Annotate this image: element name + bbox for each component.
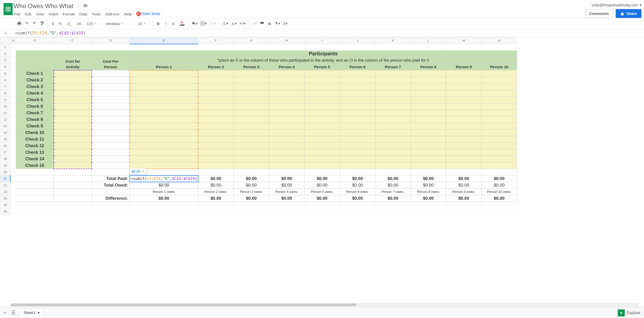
- italic-button[interactable]: I: [162, 20, 169, 27]
- row-header-21[interactable]: 21: [0, 175, 10, 182]
- row-header-16[interactable]: 16: [0, 143, 10, 149]
- decrease-decimal-button[interactable]: .0_: [65, 20, 74, 27]
- row-header-23[interactable]: 23: [0, 189, 10, 195]
- col-header-I[interactable]: I: [304, 37, 340, 44]
- explore-button[interactable]: ✦ Explore: [618, 309, 640, 316]
- row-header-26[interactable]: 26: [0, 208, 10, 215]
- row-header-20[interactable]: 20: [0, 169, 10, 175]
- print-icon[interactable]: [16, 20, 23, 27]
- row-header-25[interactable]: 25: [0, 202, 10, 208]
- svg-rect-9: [268, 23, 269, 25]
- row-header-12[interactable]: 12: [0, 116, 10, 123]
- menu-bar: FileEditViewInsertFormatDataToolsAdd-ons…: [14, 10, 585, 18]
- document-title[interactable]: Who Owes Who What: [14, 3, 73, 10]
- row-header-3[interactable]: 3: [0, 57, 10, 64]
- close-icon[interactable]: ✕: [142, 170, 144, 173]
- col-header-C[interactable]: C: [54, 37, 92, 44]
- insert-link-button[interactable]: 🔗: [251, 20, 258, 27]
- menu-edit[interactable]: Edit: [25, 12, 31, 16]
- row-header-7[interactable]: 7: [0, 83, 10, 90]
- increase-decimal-button[interactable]: .00: [74, 20, 84, 27]
- col-header-L[interactable]: L: [411, 37, 446, 44]
- account-email: vicky@thingsimadetoday.com: [592, 3, 638, 7]
- col-header-K[interactable]: K: [375, 37, 411, 44]
- start-timer-button[interactable]: ⏻ Start timer: [136, 12, 161, 16]
- menu-file[interactable]: File: [14, 12, 20, 16]
- row-header-1[interactable]: 1: [0, 44, 10, 51]
- col-header-F[interactable]: F: [198, 37, 233, 44]
- formula-input[interactable]: =sumif(E5:E19,"O",$C$5:$C$19): [12, 31, 644, 35]
- redo-icon[interactable]: [31, 20, 38, 27]
- col-header-G[interactable]: G: [233, 37, 269, 44]
- percent-button[interactable]: %: [56, 20, 64, 27]
- all-sheets-button[interactable]: ☰: [11, 310, 16, 316]
- insert-chart-button[interactable]: [266, 20, 273, 27]
- add-sheet-button[interactable]: ＋: [3, 309, 8, 316]
- row-header-18[interactable]: 18: [0, 156, 10, 162]
- row-header-14[interactable]: 14: [0, 129, 10, 136]
- filter-button[interactable]: ▾: [274, 20, 281, 27]
- toolbar: $ % .0_ .00 123▾ Verdana▾ 10▾ B I S A ▾ …: [0, 18, 644, 29]
- start-timer-label: Start timer: [142, 12, 161, 16]
- row-header-10[interactable]: 10: [0, 103, 10, 110]
- horizontal-scrollbar[interactable]: [10, 303, 639, 307]
- col-header-H[interactable]: H: [269, 37, 304, 44]
- v-align-button[interactable]: ▾: [230, 20, 238, 27]
- row-header-4[interactable]: 4: [0, 64, 10, 70]
- col-header-D[interactable]: D: [92, 37, 130, 44]
- paint-format-icon[interactable]: [38, 20, 46, 27]
- col-header-B[interactable]: B: [16, 37, 54, 44]
- row-header-24[interactable]: 24: [0, 195, 10, 202]
- h-align-button[interactable]: ▾: [221, 20, 229, 27]
- row-header-15[interactable]: 15: [0, 136, 10, 143]
- row-header-11[interactable]: 11: [0, 110, 10, 116]
- svg-rect-7: [210, 22, 212, 25]
- share-button[interactable]: Share: [616, 9, 641, 18]
- row-header-8[interactable]: 8: [0, 90, 10, 97]
- menu-tools[interactable]: Tools: [92, 12, 101, 16]
- currency-button[interactable]: $: [50, 20, 56, 27]
- row-header-22[interactable]: 22: [0, 182, 10, 189]
- menu-add-ons[interactable]: Add-ons: [105, 12, 119, 16]
- row-header-5[interactable]: 5: [0, 70, 10, 77]
- menu-format[interactable]: Format: [63, 12, 75, 16]
- folder-icon[interactable]: [83, 3, 88, 9]
- text-color-button[interactable]: A ▾: [177, 20, 186, 27]
- sheets-logo[interactable]: [3, 2, 14, 17]
- row-header-6[interactable]: 6: [0, 77, 10, 83]
- font-name-select[interactable]: Verdana▾: [103, 20, 131, 27]
- number-format-select[interactable]: 123▾: [84, 20, 99, 27]
- col-header-M[interactable]: M: [446, 37, 481, 44]
- text-wrap-button[interactable]: ▾: [239, 20, 247, 27]
- star-icon[interactable]: ☆: [76, 3, 80, 9]
- undo-icon[interactable]: [23, 20, 30, 27]
- comments-button[interactable]: Comments: [585, 9, 613, 18]
- strikethrough-button[interactable]: S: [170, 20, 177, 27]
- menu-help[interactable]: Help: [124, 12, 132, 16]
- row-header-17[interactable]: 17: [0, 149, 10, 156]
- chevron-down-icon: ▾: [640, 3, 641, 7]
- menu-view[interactable]: View: [36, 12, 44, 16]
- timer-icon: ⏻: [136, 12, 141, 16]
- merge-cells-button[interactable]: ▾: [208, 20, 217, 27]
- row-header-2[interactable]: 2: [0, 51, 10, 57]
- menu-insert[interactable]: Insert: [49, 12, 58, 16]
- row-header-13[interactable]: 13: [0, 123, 10, 129]
- row-header-9[interactable]: 9: [0, 97, 10, 103]
- row-header-19[interactable]: 19: [0, 162, 10, 169]
- account-dropdown[interactable]: vicky@thingsimadetoday.com ▾: [592, 3, 641, 7]
- insert-comment-button[interactable]: [259, 20, 266, 27]
- menu-data[interactable]: Data: [79, 12, 87, 16]
- functions-button[interactable]: Σ▾: [282, 20, 289, 27]
- explore-label: Explore: [627, 311, 640, 315]
- bold-button[interactable]: B: [155, 20, 162, 27]
- font-size-select[interactable]: 10▾: [135, 20, 150, 27]
- col-header-J[interactable]: J: [340, 37, 375, 44]
- col-header-A[interactable]: A: [10, 37, 16, 44]
- fill-color-button[interactable]: ▾: [190, 20, 199, 27]
- col-header-N[interactable]: N: [481, 37, 517, 44]
- sheet-tab[interactable]: Sheet1 ▾: [19, 308, 44, 317]
- col-header-E[interactable]: E: [130, 37, 198, 44]
- borders-button[interactable]: ▾: [199, 20, 208, 27]
- svg-rect-10: [269, 22, 270, 25]
